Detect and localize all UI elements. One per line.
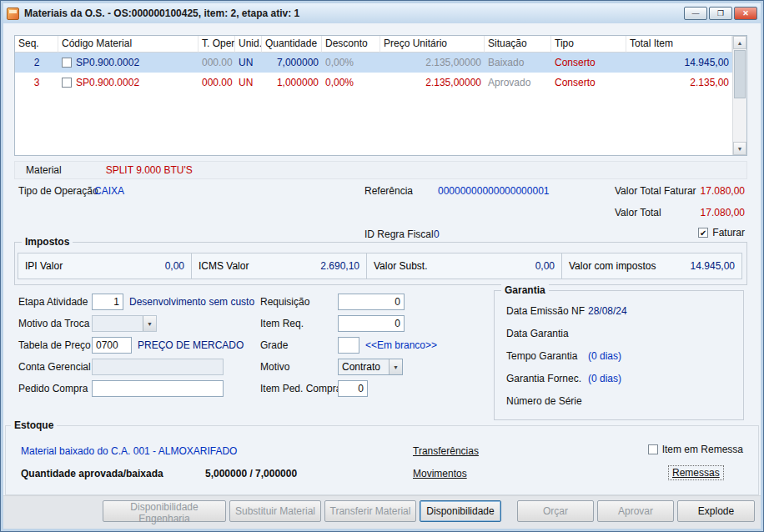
icms-label: ICMS Valor [199,260,249,272]
estoque-title: Estoque [11,419,57,431]
tipo-operacao-label: Tipo de Operação [18,185,98,197]
cell-codigo: SP0.900.0002 [76,77,139,88]
check-icon: ✔ [700,228,706,238]
referencia-label: Referência [364,185,413,197]
materials-grid: Seq. Código Material T. Oper Unid. Quant… [14,35,747,156]
transferencias-link[interactable]: Transferências [413,445,479,457]
col-header-preco-unitario: Preço Unitário [380,36,485,53]
referencia-value: 00000000000000000001 [438,185,549,197]
cell-total-item: 2.135,00 [626,73,732,93]
titlebar: Materiais da O.S. - OS:000000100425, ite… [3,3,761,23]
substituir-material-button[interactable]: Substituir Material [229,500,321,522]
valor-subst-cell: Valor Subst. 0,00 [366,253,562,279]
requisicao-input[interactable] [338,294,405,310]
scroll-up-button[interactable]: ▲ [733,36,746,49]
cell-tipo: Conserto [551,53,626,73]
materials-os-dialog: Materiais da O.S. - OS:000000100425, ite… [0,0,764,532]
motivo-troca-label: Motivo da Troca [18,318,89,329]
cell-desconto: 0,00% [322,73,380,93]
material-baixado-text: Material baixado do C.A. 001 - ALMOXARIF… [21,445,237,457]
item-remessa-checkbox-group[interactable]: Item em Remessa [648,444,743,455]
data-garantia-label: Data Garantia [506,328,569,339]
material-value: SPLIT 9.000 BTU'S [106,164,193,176]
grade-input[interactable] [338,337,359,354]
id-regra-fiscal-value: 0 [434,228,440,240]
data-emissao-nf-label: Data Emissão NF [506,305,585,317]
row-select-checkbox[interactable] [62,78,72,88]
minimize-button[interactable]: — [684,7,707,20]
disponibilidade-engenharia-button[interactable]: Disponibilidade Engenharia [103,500,226,522]
valor-com-impostos-value: 14.945,00 [691,260,735,272]
item-remessa-label: Item em Remessa [662,444,743,455]
requisicao-label: Requisição [260,296,309,308]
grade-desc: <<Em branco>> [365,339,437,351]
close-icon: ✕ [742,9,749,18]
cell-codigo: SP0.900.0002 [76,57,139,68]
remessas-link[interactable]: Remessas [668,465,724,480]
motivo-value: Contrato [339,361,389,373]
item-ped-compra-input[interactable] [338,380,368,397]
garantia-fornec-label: Garantia Fornec. [506,373,581,384]
pedido-compra-input[interactable] [92,380,224,397]
chevron-down-icon: ▼ [143,316,156,331]
col-header-tipo: Tipo [551,36,626,53]
item-remessa-checkbox[interactable] [648,444,658,454]
cell-seq: 3 [15,73,58,93]
faturar-checkbox-group[interactable]: ✔ Faturar [698,227,745,238]
tempo-garantia-value: (0 dias) [588,350,621,362]
scroll-up-icon: ▲ [737,40,743,46]
motivo-troca-select[interactable]: ▼ [92,315,157,332]
tabela-preco-input[interactable] [92,337,132,354]
aprovar-button[interactable]: Aprovar [597,500,674,522]
conta-gerencial-input[interactable] [92,359,224,375]
row-select-checkbox[interactable] [62,58,72,68]
table-row[interactable]: 2 SP0.900.0002 000.00 UN 7,000000 0,00% … [15,53,746,73]
scrollbar-thumb[interactable] [734,50,746,98]
item-req-label: Item Req. [260,318,304,329]
col-header-seq: Seq. [15,36,58,53]
quantidade-aprovada-label: Quantidade aprovada/baixada [21,468,163,479]
chevron-down-icon: ▼ [389,359,402,374]
tipo-operacao-value: CAIXA [94,185,124,197]
cell-preco-unitario: 2.135,00000 [380,73,485,93]
vertical-scrollbar[interactable]: ▲ ▼ [732,36,746,155]
movimentos-link[interactable]: Movimentos [413,468,467,479]
id-regra-fiscal-label: ID Regra Fiscal [364,228,434,240]
item-req-input[interactable] [338,315,405,332]
ipi-value: 0,00 [165,260,184,272]
garantia-title: Garantia [501,284,549,296]
cell-unid: UN [235,73,262,93]
col-header-total-item: Total Item [626,36,732,53]
cell-unid: UN [235,53,262,73]
motivo-select[interactable]: Contrato ▼ [338,359,403,375]
cell-tipo: Conserto [551,73,626,93]
cell-seq: 2 [15,53,58,73]
dialog-body: Seq. Código Material T. Oper Unid. Quant… [3,23,761,529]
disponibilidade-button[interactable]: Disponibilidade [420,500,501,522]
faturar-checkbox[interactable]: ✔ [698,228,708,238]
material-strip: Material SPLIT 9.000 BTU'S [14,161,747,179]
etapa-atividade-input[interactable] [92,294,123,310]
explode-button[interactable]: Explode [677,500,755,522]
scroll-down-button[interactable]: ▼ [733,142,746,155]
col-header-codigo: Código Material [58,36,199,53]
ipi-cell: IPI Valor 0,00 [18,253,192,279]
cell-toper: 000.00 [199,73,235,93]
table-row[interactable]: 3 SP0.900.0002 000.00 UN 1,000000 0,00% … [15,73,746,93]
quantidade-aprovada-value: 5,000000 / 7,000000 [205,468,297,479]
etapa-atividade-desc: Desenvolvimento sem custo [129,296,254,308]
valor-total-value: 17.080,00 [701,207,745,218]
window-title: Materiais da O.S. - OS:000000100425, ite… [24,8,684,19]
col-header-desconto: Desconto [322,36,380,53]
tabela-preco-desc: PREÇO DE MERCADO [138,339,244,351]
col-header-quantidade: Quantidade [262,36,322,53]
valor-total-faturar-label: Valor Total Faturar [615,185,696,197]
close-button[interactable]: ✕ [734,7,757,20]
numero-serie-label: Número de Série [506,395,582,407]
orcar-button[interactable]: Orçar [517,500,594,522]
icms-value: 2.690,10 [320,260,359,272]
motivo-label: Motivo [260,361,289,373]
maximize-button[interactable]: ❐ [709,7,732,20]
transferir-material-button[interactable]: Transferir Material [324,500,416,522]
cell-total-item: 14.945,00 [626,53,732,73]
